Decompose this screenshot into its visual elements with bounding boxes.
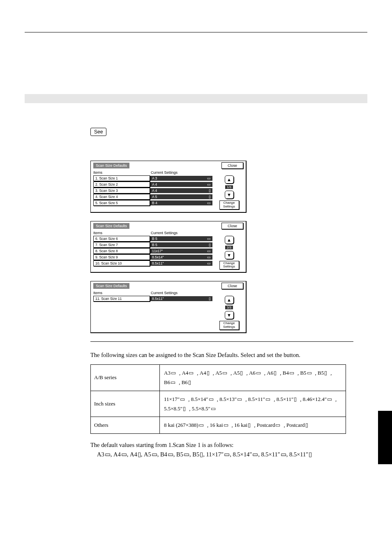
column-header-items: Items [93, 231, 151, 235]
scan-size-panel: Scan Size DefaultsCloseItemsCurrent Sett… [90, 281, 247, 333]
paper-size: 5.5×8.5″▯ [164, 404, 186, 413]
paper-size: A3▭ [97, 450, 111, 459]
sizes-row-values: A3▭, A4▭, A4▯, A5▭, A5▯, A6▭, A6▯, B4▭, … [160, 365, 346, 391]
orientation-landscape-icon: ▭ [281, 450, 286, 459]
orientation-portrait-icon: ▯ [188, 378, 191, 387]
orientation-landscape-icon: ▭ [189, 368, 194, 378]
scan-size-value: A 4▭ [150, 182, 212, 187]
panel-rows: 1. Scan Size 1A 3▭2. Scan Size 2A 4▭3. S… [93, 175, 212, 210]
paper-size: B5▭ [300, 368, 311, 378]
orientation-portrait-icon: ▯ [248, 420, 251, 430]
paper-size: 8.5×11″▯ [289, 450, 312, 459]
orientation-portrait-icon: ▯ [209, 243, 211, 247]
paper-size: 8.5×11″▭ [261, 450, 286, 459]
table-row: 8. Scan Size 811x17"▭ [93, 248, 212, 254]
orientation-portrait-icon: ▯ [207, 368, 210, 378]
scroll-down-button[interactable]: ▼ [225, 251, 234, 259]
table-row: 3. Scan Size 3A 4▯ [93, 188, 212, 193]
sizes-row-label: Others [91, 417, 160, 433]
scroll-down-button[interactable]: ▼ [225, 191, 234, 199]
paper-size: 11×17″▭ [206, 450, 230, 459]
paper-size: B5▯ [318, 368, 327, 378]
orientation-portrait-icon: ▯ [324, 368, 327, 378]
table-row: 9. Scan Size 98.5x14"▭ [93, 254, 212, 260]
paper-size: Postcard▭ [257, 420, 281, 430]
scroll-up-button[interactable]: ▲ [225, 296, 234, 304]
orientation-landscape-icon: ▭ [327, 394, 332, 404]
scan-size-item-button[interactable]: 10. Scan Size 10 [93, 260, 150, 266]
paper-size: 16 kai▯ [234, 420, 251, 430]
orientation-landscape-icon: ▭ [256, 368, 261, 378]
side-thumb-tab [378, 411, 392, 464]
paper-size: 8.5×14″▭ [233, 450, 258, 459]
orientation-landscape-icon: ▭ [224, 450, 230, 459]
paper-size: 8.46×12.4″▭ [303, 394, 332, 404]
paper-size: 8.5×14″▭ [191, 394, 214, 404]
table-row: 1. Scan Size 1A 3▭ [93, 175, 212, 181]
scan-size-item-button[interactable]: 3. Scan Size 3 [93, 188, 150, 193]
orientation-landscape-icon: ▭ [199, 420, 204, 430]
header-band [25, 94, 367, 103]
orientation-portrait-icon: ▯ [200, 450, 203, 459]
orientation-landscape-icon: ▭ [289, 368, 294, 378]
close-button[interactable]: Close [221, 283, 243, 289]
scan-size-item-button[interactable]: 4. Scan Size 4 [93, 194, 150, 200]
orientation-landscape-icon: ▭ [275, 420, 280, 430]
column-header-items: Items [93, 291, 151, 295]
scan-size-item-button[interactable]: 8. Scan Size 8 [93, 248, 150, 254]
scan-size-value: A 4▯ [150, 188, 212, 193]
paper-size: A5▭ [215, 368, 227, 378]
column-header-settings: Current Settings [151, 170, 178, 175]
panel-side-controls: ▲1/3▼ChangeSettings [212, 175, 243, 210]
change-settings-button[interactable]: ChangeSettings [219, 321, 239, 330]
table-row: 4. Scan Size 4A 5▯ [93, 194, 212, 200]
page-indicator: 2/3 [225, 246, 233, 249]
scan-size-panel: Scan Size DefaultsCloseItemsCurrent Sett… [90, 161, 247, 213]
section-rule [90, 341, 353, 342]
scan-size-item-button[interactable]: 1. Scan Size 1 [93, 175, 150, 181]
panel-rows: 11. Scan Size 118.5x11"▯ [93, 296, 212, 330]
paper-size: 8.5×11″▭ [248, 394, 271, 404]
scan-size-item-button[interactable]: 2. Scan Size 2 [93, 182, 150, 187]
orientation-portrait-icon: ▯ [183, 404, 186, 413]
scan-size-value: B 5▭ [150, 236, 212, 241]
paper-size: Postcard▯ [286, 420, 308, 430]
scroll-up-button[interactable]: ▲ [225, 236, 234, 244]
page-indicator: 3/3 [225, 306, 233, 309]
paper-size: A5▭ [144, 450, 157, 459]
change-settings-button[interactable]: ChangeSettings [219, 200, 239, 210]
change-settings-button[interactable]: ChangeSettings [219, 261, 239, 270]
scan-size-item-button[interactable]: 5. Scan Size 5 [93, 200, 150, 206]
scan-size-item-button[interactable]: 11. Scan Size 11 [93, 296, 150, 302]
scan-size-item-button[interactable]: 9. Scan Size 9 [93, 254, 150, 260]
panel-side-controls: ▲2/3▼ChangeSettings [212, 236, 243, 270]
orientation-landscape-icon: ▭ [207, 176, 211, 180]
orientation-landscape-icon: ▭ [237, 394, 242, 404]
orientation-landscape-icon: ▭ [207, 182, 211, 187]
paper-size: 11×17″▭ [164, 394, 185, 404]
table-row: 6. Scan Size 6B 5▭ [93, 236, 212, 242]
orientation-portrait-icon: ▯ [309, 450, 312, 459]
scroll-down-button[interactable]: ▼ [225, 311, 234, 319]
paper-size: 8.5×13″▭ [219, 394, 242, 404]
orientation-landscape-icon: ▭ [207, 255, 211, 259]
top-rule [25, 32, 367, 32]
assignable-note: The following sizes can be assigned to t… [90, 352, 353, 359]
orientation-portrait-icon: ▯ [209, 297, 211, 301]
sizes-row: Inch sizes11×17″▭, 8.5×14″▭, 8.5×13″▭, 8… [91, 391, 346, 417]
paper-size: A4▭ [113, 450, 127, 459]
orientation-landscape-icon: ▭ [121, 450, 127, 459]
sizes-row-values: 11×17″▭, 8.5×14″▭, 8.5×13″▭, 8.5×11″▭, 8… [160, 391, 346, 417]
paper-size: A4▭ [182, 368, 194, 378]
orientation-portrait-icon: ▯ [209, 189, 211, 193]
see-chip: See [90, 128, 106, 136]
scan-size-item-button[interactable]: 6. Scan Size 6 [93, 236, 150, 242]
close-button[interactable]: Close [221, 162, 243, 169]
close-button[interactable]: Close [221, 223, 243, 229]
scan-size-item-button[interactable]: 7. Scan Size 7 [93, 242, 150, 248]
table-row: 5. Scan Size 5B 4▭ [93, 200, 212, 206]
paper-size: B6▭ [164, 378, 175, 387]
defaults-note: The default values starting from 1.Scan … [90, 440, 353, 459]
paper-size: A3▭ [164, 368, 176, 378]
scroll-up-button[interactable]: ▲ [225, 175, 234, 184]
